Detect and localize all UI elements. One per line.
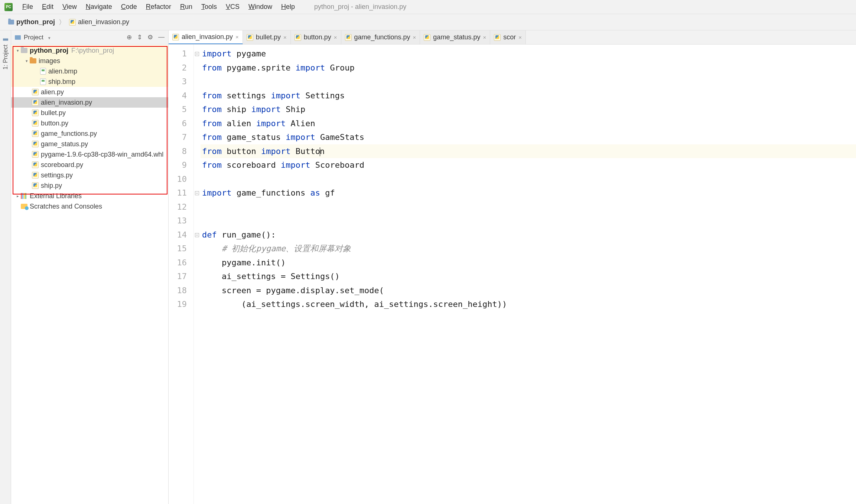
editor-body[interactable]: 12345678910111213141516171819 import pyg… [169, 45, 856, 504]
project-tool-tab[interactable]: 1: Project [1, 33, 10, 73]
line-number[interactable]: 8 [169, 144, 187, 158]
line-number[interactable]: 14 [169, 228, 187, 242]
line-number[interactable]: 11 [169, 186, 187, 200]
tree-file[interactable]: game_functions.py [11, 128, 168, 139]
project-tree[interactable]: ▾ python_proj F:\python_proj ▾ images al… [11, 45, 168, 504]
code-content[interactable]: import pygamefrom pygame.sprite import G… [201, 45, 856, 504]
code-line[interactable]: from ship import Ship [201, 102, 856, 117]
tree-file[interactable]: alien.py [11, 87, 168, 97]
close-icon[interactable]: × [283, 34, 287, 40]
line-number[interactable]: 6 [169, 117, 187, 131]
code-line[interactable]: (ai_settings.screen_width, ai_settings.s… [201, 297, 856, 311]
code-line[interactable]: import game_functions as gf [201, 186, 856, 200]
line-number[interactable]: 18 [169, 284, 187, 298]
tree-file[interactable]: pygame-1.9.6-cp38-cp38-win_amd64.whl [11, 149, 168, 160]
editor-tab[interactable]: bullet.py× [243, 30, 291, 44]
close-icon[interactable]: × [235, 34, 239, 40]
menu-file[interactable]: File [18, 1, 38, 12]
chevron-down-icon[interactable]: ▾ [15, 48, 21, 53]
tree-file[interactable]: ship.py [11, 180, 168, 191]
line-number[interactable]: 17 [169, 269, 187, 284]
window-title: python_proj - alien_invasion.py [314, 3, 406, 11]
menu-help[interactable]: Help [277, 1, 299, 12]
close-icon[interactable]: × [334, 34, 337, 40]
code-line[interactable]: from scoreboard import Scoreboard [201, 158, 856, 172]
code-line[interactable]: def run_game(): [201, 228, 856, 242]
tree-file[interactable]: game_status.py [11, 139, 168, 149]
fold-toggle-icon[interactable] [194, 186, 201, 200]
line-number[interactable]: 13 [169, 214, 187, 228]
menu-run[interactable]: Run [176, 1, 197, 12]
fold-toggle-icon[interactable] [194, 47, 201, 61]
menu-window[interactable]: Window [244, 1, 277, 12]
breadcrumb-project[interactable]: python_proj [6, 18, 57, 26]
locate-icon[interactable]: ⊕ [127, 33, 132, 41]
editor-tab[interactable]: button.py× [291, 30, 341, 44]
menu-view[interactable]: View [58, 1, 81, 12]
code-line[interactable] [201, 172, 856, 186]
menu-tools[interactable]: Tools [197, 1, 221, 12]
code-line[interactable] [201, 214, 856, 228]
chevron-right-icon[interactable]: ▸ [15, 194, 21, 199]
code-line[interactable]: from game_status import GameStats [201, 130, 856, 144]
line-number[interactable]: 16 [169, 256, 187, 270]
editor-tab[interactable]: game_functions.py× [341, 30, 420, 44]
line-number[interactable]: 9 [169, 158, 187, 172]
tree-external-libs[interactable]: ▸ External Libraries [11, 191, 168, 201]
code-line[interactable] [201, 75, 856, 89]
line-gutter[interactable]: 12345678910111213141516171819 [169, 45, 194, 504]
fold-toggle-icon[interactable] [194, 228, 201, 242]
libraries-icon [21, 193, 27, 199]
menu-code[interactable]: Code [117, 1, 141, 12]
tree-file[interactable]: alien.bmp [11, 66, 168, 76]
hide-icon[interactable]: — [158, 33, 165, 41]
code-line[interactable]: # 初始化pygame、设置和屏幕对象 [201, 242, 856, 256]
tree-scratches[interactable]: Scratches and Consoles [11, 201, 168, 212]
code-line[interactable]: import pygame [201, 47, 856, 61]
code-line[interactable]: pygame.init() [201, 256, 856, 270]
editor-tab[interactable]: scor× [490, 30, 526, 44]
code-line[interactable]: screen = pygame.display.set_mode( [201, 284, 856, 298]
fold-column[interactable] [194, 45, 201, 504]
menu-vcs[interactable]: VCS [221, 1, 244, 12]
code-line[interactable]: from pygame.sprite import Group [201, 61, 856, 75]
tree-root[interactable]: ▾ python_proj F:\python_proj [11, 45, 168, 56]
code-line[interactable]: from button import Button [201, 144, 856, 158]
line-number[interactable]: 19 [169, 297, 187, 311]
line-number[interactable]: 5 [169, 102, 187, 117]
line-number[interactable]: 7 [169, 130, 187, 144]
menu-edit[interactable]: Edit [38, 1, 58, 12]
close-icon[interactable]: × [413, 34, 416, 40]
line-number[interactable]: 4 [169, 89, 187, 103]
tree-file[interactable]: ship.bmp [11, 76, 168, 87]
code-line[interactable]: ai_settings = Settings() [201, 269, 856, 284]
tree-file[interactable]: scoreboard.py [11, 160, 168, 170]
code-line[interactable]: from settings import Settings [201, 89, 856, 103]
editor-tab[interactable]: alien_invasion.py× [169, 30, 243, 45]
line-number[interactable]: 1 [169, 47, 187, 61]
tree-file[interactable]: settings.py [11, 170, 168, 180]
tree-folder-images[interactable]: ▾ images [11, 56, 168, 66]
code-line[interactable] [201, 200, 856, 214]
line-number[interactable]: 3 [169, 75, 187, 89]
close-icon[interactable]: × [518, 34, 522, 40]
line-number[interactable]: 15 [169, 242, 187, 256]
editor-tab[interactable]: game_status.py× [420, 30, 490, 44]
image-file-icon [40, 78, 46, 85]
project-header-label[interactable]: Project ▼ [24, 34, 127, 41]
chevron-down-icon[interactable]: ▾ [24, 59, 30, 63]
menu-navigate[interactable]: Navigate [81, 1, 117, 12]
tree-root-path: F:\python_proj [71, 47, 114, 55]
line-number[interactable]: 12 [169, 200, 187, 214]
collapse-icon[interactable]: ⇕ [137, 33, 142, 41]
tree-file[interactable]: bullet.py [11, 108, 168, 118]
breadcrumb-file[interactable]: alien_invasion.py [67, 18, 131, 26]
line-number[interactable]: 10 [169, 172, 187, 186]
menu-refactor[interactable]: Refactor [141, 1, 176, 12]
code-line[interactable]: from alien import Alien [201, 117, 856, 131]
close-icon[interactable]: × [483, 34, 486, 40]
tree-file[interactable]: button.py [11, 118, 168, 128]
tree-file[interactable]: alien_invasion.py [11, 97, 168, 108]
gear-icon[interactable]: ⚙ [147, 33, 153, 41]
line-number[interactable]: 2 [169, 61, 187, 75]
